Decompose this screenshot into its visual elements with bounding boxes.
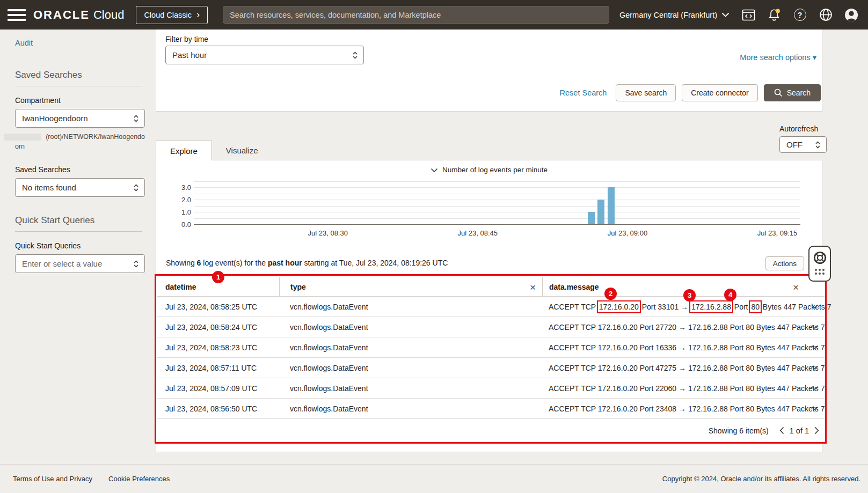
chart-x-axis-line bbox=[194, 224, 800, 225]
chart-bar bbox=[608, 187, 615, 224]
table-row: Jul 23, 2024, 08:56:50 UTC vcn.flowlogs.… bbox=[157, 399, 825, 419]
notifications-bell-icon[interactable] bbox=[767, 8, 781, 22]
showing-items-text: Showing 6 item(s) bbox=[709, 426, 769, 435]
x-tick-label: Jul 23, 09:15 bbox=[757, 229, 797, 237]
search-icon bbox=[774, 89, 783, 97]
column-header-datetime: datetime bbox=[157, 283, 279, 291]
page-indicator: 1 of 1 bbox=[790, 426, 809, 435]
save-search-button[interactable]: Save search bbox=[616, 84, 676, 101]
compartment-path: (root)/NETWORK/IwanHoogendo orn bbox=[15, 132, 145, 151]
chart-title: Number of log events per minute bbox=[442, 166, 548, 174]
column-header-data-message: data.message × bbox=[542, 277, 805, 296]
table-footer: Showing 6 item(s) 1 of 1 bbox=[157, 419, 825, 442]
row-expand-chevron-icon[interactable] bbox=[805, 406, 825, 411]
y-tick-label: 0.0 bbox=[170, 220, 191, 229]
select-updown-icon bbox=[133, 183, 139, 193]
cookie-preferences-link[interactable]: Cookie Preferences bbox=[108, 475, 170, 483]
developer-console-icon[interactable] bbox=[741, 8, 755, 22]
pagination: 1 of 1 bbox=[779, 426, 819, 435]
cell-datetime: Jul 23, 2024, 08:57:09 UTC bbox=[157, 384, 279, 393]
global-search-input[interactable] bbox=[223, 6, 609, 24]
search-button[interactable]: Search bbox=[764, 84, 821, 101]
cell-datetime: Jul 23, 2024, 08:58:25 UTC bbox=[157, 303, 279, 311]
row-expand-chevron-icon[interactable] bbox=[805, 304, 825, 309]
notification-dot bbox=[776, 9, 780, 13]
table-row: Jul 23, 2024, 08:58:23 UTC vcn.flowlogs.… bbox=[157, 337, 825, 358]
previous-page-icon[interactable] bbox=[779, 426, 784, 435]
actions-button[interactable]: Actions bbox=[765, 256, 804, 270]
quick-start-heading: Quick Start Queries bbox=[15, 215, 143, 226]
left-sidebar: Audit Saved Searches Compartment IwanHoo… bbox=[0, 30, 156, 464]
x-tick-label: Jul 23, 08:45 bbox=[458, 229, 498, 237]
filter-by-time-select[interactable]: Past hour bbox=[165, 46, 364, 64]
select-updown-icon bbox=[133, 259, 139, 269]
select-updown-icon bbox=[352, 50, 358, 60]
support-widget[interactable] bbox=[808, 246, 831, 282]
autorefresh-select[interactable]: OFF bbox=[779, 136, 827, 153]
terms-link[interactable]: Terms of Use and Privacy bbox=[13, 475, 92, 483]
brand-cloud: Cloud bbox=[93, 8, 124, 22]
menu-icon[interactable] bbox=[8, 9, 26, 21]
more-search-options-link[interactable]: More search options ▾ bbox=[740, 53, 816, 62]
cell-type: vcn.flowlogs.DataEvent bbox=[279, 343, 542, 352]
compartment-select[interactable]: IwanHoogendoorn bbox=[15, 109, 145, 128]
reset-search-link[interactable]: Reset Search bbox=[560, 89, 607, 97]
table-row: Jul 23, 2024, 08:58:25 UTC vcn.flowlogs.… bbox=[157, 297, 825, 317]
autorefresh-control: Autorefresh OFF bbox=[779, 124, 827, 153]
row-expand-chevron-icon[interactable] bbox=[805, 345, 825, 350]
language-globe-icon[interactable] bbox=[819, 8, 833, 22]
chevron-right-icon: › bbox=[196, 10, 200, 19]
tab-explore[interactable]: Explore bbox=[156, 141, 212, 160]
results-summary: Showing 6 log event(s) for the past hour… bbox=[166, 259, 448, 267]
cell-type: vcn.flowlogs.DataEvent bbox=[279, 384, 542, 393]
chart-plot bbox=[194, 182, 800, 225]
select-updown-icon bbox=[133, 114, 139, 123]
cloud-classic-button[interactable]: Cloud Classic › bbox=[136, 6, 208, 24]
cell-datetime: Jul 23, 2024, 08:58:23 UTC bbox=[157, 343, 279, 352]
chevron-down-icon bbox=[721, 12, 730, 17]
select-updown-icon bbox=[815, 140, 821, 150]
search-filter-panel: Filter by time Past hour More search opt… bbox=[156, 30, 822, 112]
section-divider bbox=[15, 231, 142, 232]
y-tick-label: 1.0 bbox=[170, 208, 191, 216]
chevron-down-icon[interactable] bbox=[431, 166, 438, 174]
cell-type: vcn.flowlogs.DataEvent bbox=[279, 364, 542, 372]
saved-searches-select[interactable]: No items found bbox=[15, 178, 145, 197]
tab-visualize[interactable]: Visualize bbox=[212, 141, 272, 160]
next-page-icon[interactable] bbox=[814, 426, 819, 435]
user-avatar-icon[interactable] bbox=[844, 8, 858, 22]
region-selector[interactable]: Germany Central (Frankfurt) bbox=[619, 11, 730, 19]
oracle-cloud-logo[interactable]: ORACLE Cloud bbox=[33, 8, 124, 22]
table-row: Jul 23, 2024, 08:57:11 UTC vcn.flowlogs.… bbox=[157, 358, 825, 378]
cell-data-message: ACCEPT TCP 172.16.0.20 Port 47275 → 172.… bbox=[542, 364, 805, 372]
row-expand-chevron-icon[interactable] bbox=[805, 386, 825, 391]
quick-start-select[interactable]: Enter or select a value bbox=[15, 254, 145, 273]
chart-bar bbox=[588, 212, 595, 224]
sidebar-item-audit[interactable]: Audit bbox=[15, 39, 33, 47]
cell-data-message: ACCEPT TCP 172.16.0.20 Port 23408 → 172.… bbox=[542, 404, 805, 413]
annotation-callout-1: 1 bbox=[212, 271, 224, 283]
log-events-table: datetime type × data.message × Jul 23, 2… bbox=[157, 277, 825, 442]
help-icon[interactable]: ? bbox=[793, 8, 807, 22]
cell-datetime: Jul 23, 2024, 08:57:11 UTC bbox=[157, 364, 279, 372]
close-icon[interactable]: × bbox=[530, 282, 536, 292]
annotation-highlight-box: 172.16.2.88 bbox=[689, 300, 733, 313]
top-header: ORACLE Cloud Cloud Classic › Germany Cen… bbox=[0, 0, 868, 30]
log-table-body: Jul 23, 2024, 08:58:25 UTC vcn.flowlogs.… bbox=[157, 297, 825, 419]
annotation-callout-4: 4 bbox=[724, 289, 736, 301]
row-expand-chevron-icon[interactable] bbox=[805, 325, 825, 329]
table-row: Jul 23, 2024, 08:57:09 UTC vcn.flowlogs.… bbox=[157, 378, 825, 399]
close-icon[interactable]: × bbox=[793, 282, 799, 292]
column-header-type: type × bbox=[279, 277, 542, 296]
x-tick-label: Jul 23, 09:00 bbox=[608, 229, 647, 237]
explore-visualize-tabs: Explore Visualize bbox=[156, 141, 272, 160]
table-row: Jul 23, 2024, 08:58:24 UTC vcn.flowlogs.… bbox=[157, 317, 825, 337]
chart-collapse-header: Number of log events per minute bbox=[156, 166, 822, 174]
annotation-callout-2: 2 bbox=[604, 288, 617, 300]
annotation-highlight-box: 80 bbox=[749, 300, 762, 313]
row-expand-chevron-icon[interactable] bbox=[805, 365, 825, 370]
create-connector-button[interactable]: Create connector bbox=[682, 84, 757, 101]
saved-searches-label: Saved Searches bbox=[15, 165, 143, 174]
filter-by-time-label: Filter by time bbox=[165, 35, 208, 43]
annotation-callout-3: 3 bbox=[683, 289, 696, 301]
